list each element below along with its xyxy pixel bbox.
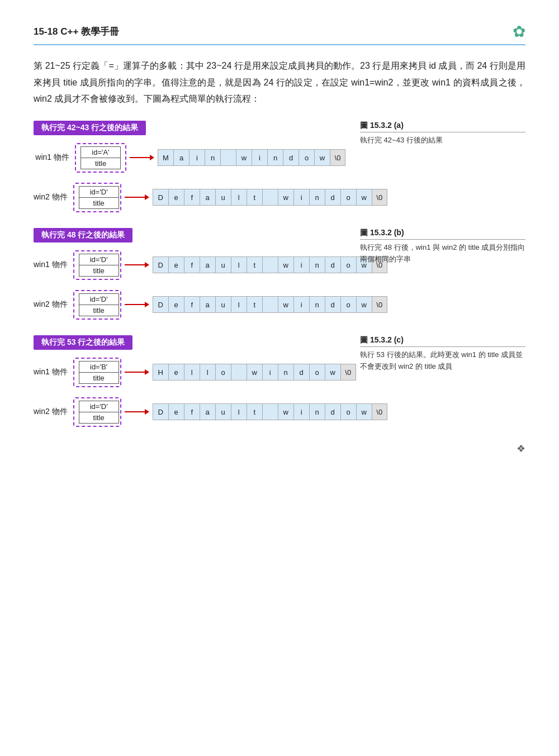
string-cell: u <box>215 403 231 420</box>
object-row: win2 物件id='D'titleDefault window\0 <box>34 397 347 427</box>
string-cell: w <box>356 189 372 206</box>
pointer-arrow <box>125 262 149 268</box>
section-bar: 執行完 42~43 行之後的結果 <box>34 121 146 135</box>
string-cell: \0 <box>372 189 387 206</box>
string-array: Default window\0 <box>153 403 387 420</box>
string-cell: n <box>278 364 293 381</box>
string-cell: D <box>153 256 168 273</box>
header-divider <box>34 44 525 45</box>
diagram-left-a: 執行完 42~43 行之後的結果win1 物件id='A'titleMain w… <box>34 121 347 212</box>
arrow-line <box>125 411 145 412</box>
string-cell: l <box>231 189 247 206</box>
page-header: 15-18 C++ 教學手冊 ✿ <box>34 22 525 41</box>
diagram-right-a: 圖 15.3.2 (a)執行完 42~43 行後的結果 <box>347 121 525 146</box>
arrow-line <box>130 157 150 158</box>
string-cell: l <box>200 364 215 381</box>
string-cell: i <box>189 149 205 166</box>
diagram-left-b: 執行完 48 行之後的結果win1 物件id='D'titleDefault w… <box>34 228 347 320</box>
string-cell: l <box>184 364 200 381</box>
string-cell: n <box>309 189 325 206</box>
arrow-line <box>125 197 145 198</box>
string-cell: D <box>153 403 168 420</box>
title-field: title <box>79 197 119 209</box>
object-label: win2 物件 <box>34 299 68 310</box>
string-cell: w <box>356 403 372 420</box>
arrow-line <box>125 372 145 373</box>
string-cell: u <box>215 189 231 206</box>
object-label: win2 物件 <box>34 407 68 417</box>
id-field: id='D' <box>79 401 119 412</box>
diagram-section-a: 執行完 42~43 行之後的結果win1 物件id='A'titleMain w… <box>34 121 525 212</box>
arrow-head <box>145 262 149 268</box>
id-field: id='D' <box>79 186 119 197</box>
object-row: win1 物件id='A'titleMain window\0 <box>34 143 347 173</box>
string-cell: f <box>184 189 200 206</box>
string-cell: w <box>325 364 340 381</box>
string-cell: M <box>158 149 173 166</box>
string-cell: d <box>283 149 299 166</box>
string-cell: w <box>278 403 293 420</box>
section-bar: 執行完 48 行之後的結果 <box>34 228 132 243</box>
string-cell: u <box>215 296 231 313</box>
title-field: title <box>79 412 119 424</box>
fig-label: 圖 15.3.2 (b) <box>360 228 525 240</box>
string-cell: n <box>309 256 325 273</box>
string-cell <box>262 403 278 420</box>
id-field: id='B' <box>79 361 119 372</box>
string-cell: d <box>325 296 340 313</box>
string-cell: i <box>262 364 278 381</box>
object-box: id='D'title <box>73 397 121 427</box>
body-text: 第 21~25 行定義「=」運算子的多載：其中 23~24 行是用來設定成員拷貝… <box>34 58 525 107</box>
string-cell: i <box>293 403 309 420</box>
arrow-line <box>125 264 145 265</box>
pointer-arrow <box>125 302 149 307</box>
object-row: win1 物件id='B'titleHello window\0 <box>34 358 347 387</box>
string-cell: D <box>153 296 168 313</box>
string-cell: o <box>340 189 356 206</box>
pointer-arrow <box>130 155 154 160</box>
string-cell: w <box>314 149 330 166</box>
arrow-head <box>145 369 149 375</box>
object-box: id='D'title <box>73 183 121 212</box>
string-cell: i <box>293 189 309 206</box>
fig-desc: 執行完 48 行後，win1 與 win2 的 title 成員分別指向兩個相同… <box>360 242 525 265</box>
string-cell: l <box>231 403 247 420</box>
arrow-head <box>150 155 154 160</box>
string-cell: a <box>200 296 215 313</box>
string-cell: e <box>168 256 184 273</box>
string-cell <box>220 149 236 166</box>
object-row: win2 物件id='D'titleDefault window\0 <box>34 290 347 320</box>
arrow-line <box>125 304 145 305</box>
objects-area: win1 物件id='D'titleDefault window\0win2 物… <box>34 250 347 320</box>
fig-desc: 執行 53 行後的結果。此時更改 win1 的 title 成員並不會更改到 w… <box>360 349 525 373</box>
string-cell: e <box>168 364 184 381</box>
string-cell: w <box>236 149 252 166</box>
object-box: id='A'title <box>75 143 126 173</box>
object-box: id='D'title <box>73 250 121 280</box>
string-cell: o <box>299 149 314 166</box>
string-cell: w <box>247 364 262 381</box>
string-cell: o <box>309 364 325 381</box>
clover-icon: ✿ <box>513 22 525 41</box>
diagram-section-b: 執行完 48 行之後的結果win1 物件id='D'titleDefault w… <box>34 228 525 320</box>
string-cell: a <box>200 189 215 206</box>
string-cell: o <box>215 364 231 381</box>
pointer-arrow <box>125 409 149 415</box>
string-cell: a <box>173 149 189 166</box>
id-field: id='D' <box>79 293 119 305</box>
string-cell: d <box>325 403 340 420</box>
string-cell: w <box>356 296 372 313</box>
string-array: Default window\0 <box>153 296 387 313</box>
diagram-left-c: 執行完 53 行之後的結果win1 物件id='B'titleHello win… <box>34 335 347 427</box>
title-field: title <box>79 305 119 316</box>
string-cell: w <box>278 256 293 273</box>
string-cell: f <box>184 296 200 313</box>
string-cell: \0 <box>372 403 387 420</box>
string-cell: l <box>231 296 247 313</box>
arrow-head <box>145 409 149 415</box>
string-cell: a <box>200 256 215 273</box>
object-row: win1 物件id='D'titleDefault window\0 <box>34 250 347 280</box>
string-cell: e <box>168 189 184 206</box>
object-box: id='B'title <box>73 358 121 387</box>
string-cell: D <box>153 189 168 206</box>
